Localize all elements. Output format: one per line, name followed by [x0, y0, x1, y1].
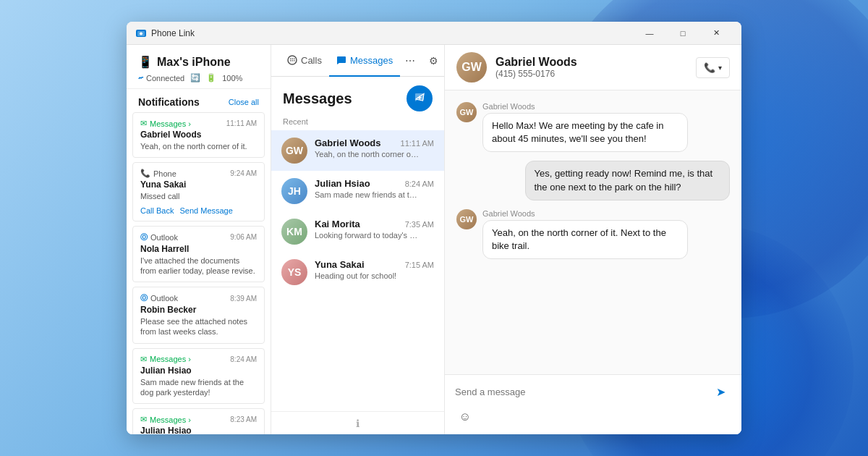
conv-name-kai: Kai Morita: [315, 219, 360, 229]
title-bar: Phone Link — □ ✕: [127, 22, 741, 45]
conversation-item-yuna[interactable]: YS Yuna Sakai 7:15 AM Heading out for sc…: [271, 252, 444, 292]
notif-sender-6: Julian Hsiao: [140, 426, 257, 434]
conv-content-julian: Julian Hsiao 8:24 AM Sam made new friend…: [315, 178, 434, 199]
messages-panel: Calls Messages ⋯ ⚙ Messages: [271, 45, 445, 434]
notif-item[interactable]: 📞 Phone 9:24 AM Yuna Sakai Missed call C…: [132, 162, 265, 221]
conv-time-yuna: 7:15 AM: [405, 261, 434, 269]
svg-rect-8: [292, 60, 294, 62]
notif-app-outlook-1: Ⓞ Outlook: [140, 232, 178, 242]
msg-content-1: Gabriel Woods Hello Max! We are meeting …: [482, 102, 688, 152]
notif-sender-3: Nola Harrell: [140, 244, 257, 254]
notif-sender-2: Yuna Sakai: [140, 180, 257, 190]
conv-name-gabriel: Gabriel Woods: [315, 138, 381, 148]
notif-text-5: Sam made new friends at the dog park yes…: [140, 377, 257, 398]
sync-icon: 🔄: [190, 73, 200, 83]
messages-nav-icon: [336, 55, 346, 65]
conv-content-gabriel: Gabriel Woods 11:11 AM Yeah, on the nort…: [315, 138, 434, 159]
chat-header-actions: 📞 ▾: [696, 57, 730, 78]
notif-item[interactable]: ✉ Messages › 8:24 AM Julian Hsiao Sam ma…: [132, 348, 265, 405]
notif-time-6: 8:23 AM: [230, 415, 257, 423]
minimize-button[interactable]: —: [633, 22, 666, 45]
avatar-gabriel: GW: [281, 138, 307, 164]
notif-header: ✉ Messages › 11:11 AM: [140, 119, 257, 128]
msg-bubble-2: Yes, getting ready now! Remind me, is th…: [525, 161, 731, 200]
outlook-icon-2: Ⓞ: [140, 293, 148, 303]
call-back-button[interactable]: Call Back: [140, 206, 174, 215]
call-contact-button[interactable]: 📞 ▾: [696, 57, 730, 78]
chat-contact-number: (415) 555-0176: [495, 69, 687, 79]
conv-content-yuna: Yuna Sakai 7:15 AM Heading out for schoo…: [315, 259, 434, 280]
battery-icon: 🔋: [206, 73, 216, 83]
conv-time-julian: 8:24 AM: [405, 180, 434, 188]
conv-header-yuna: Yuna Sakai 7:15 AM: [315, 259, 434, 270]
app-body: 📱 Max's iPhone Connected 🔄 🔋 100% Notifi…: [127, 45, 741, 434]
msg-sender-label-1: Gabriel Woods: [482, 102, 688, 111]
phone-notif-icon: 📞: [140, 169, 150, 178]
notif-sender-4: Robin Becker: [140, 305, 257, 315]
chat-contact-info: Gabriel Woods (415) 555-0176: [495, 56, 687, 79]
emoji-button[interactable]: ☺: [455, 407, 475, 427]
tab-calls[interactable]: Calls: [280, 45, 329, 77]
notif-text-3: I've attached the documents from earlier…: [140, 256, 257, 276]
notif-header: ✉ Messages › 8:23 AM: [140, 415, 257, 424]
notif-text-1: Yeah, on the north corner of it.: [140, 141, 257, 151]
conversation-item-julian[interactable]: JH Julian Hsiao 8:24 AM Sam made new fri…: [271, 171, 444, 211]
notif-app-phone: 📞 Phone: [140, 169, 176, 178]
app-title: Phone Link: [151, 28, 633, 38]
notif-item[interactable]: ✉ Messages › 11:11 AM Gabriel Woods Yeah…: [132, 112, 265, 158]
avatar-kai: KM: [281, 219, 307, 245]
notif-time-3: 9:06 AM: [230, 233, 257, 241]
svg-rect-9: [294, 60, 295, 62]
notif-item[interactable]: Ⓞ Outlook 8:39 AM Robin Becker Please se…: [132, 287, 265, 344]
msg-avatar-gabriel-1: GW: [456, 102, 477, 122]
notif-header: 📞 Phone 9:24 AM: [140, 169, 257, 178]
maximize-button[interactable]: □: [666, 22, 699, 45]
message-row-1: GW Gabriel Woods Hello Max! We are meeti…: [456, 102, 730, 152]
calls-tab-label: Calls: [301, 55, 322, 66]
chat-input-area: ➤ ☺: [445, 374, 741, 434]
settings-button[interactable]: ⚙: [423, 51, 443, 71]
conversation-item-gabriel[interactable]: GW Gabriel Woods 11:11 AM Yeah, on the n…: [271, 130, 444, 171]
outlook-icon-1: Ⓞ: [140, 232, 148, 242]
chat-panel: GW Gabriel Woods (415) 555-0176 📞 ▾ GW: [445, 45, 741, 434]
app-icon: [135, 28, 147, 39]
device-name-text: Max's iPhone: [157, 56, 231, 69]
messages-title: Messages: [283, 90, 352, 107]
message-row-2: Yes, getting ready now! Remind me, is th…: [456, 161, 730, 200]
tab-messages[interactable]: Messages: [329, 45, 400, 77]
notif-sender-5: Julian Hsiao: [140, 366, 257, 376]
notif-actions-2: Call Back Send Message: [140, 206, 257, 215]
conversations-list: GW Gabriel Woods 11:11 AM Yeah, on the n…: [271, 130, 444, 411]
nav-tabs: Calls Messages ⋯ ⚙: [271, 45, 444, 77]
close-button[interactable]: ✕: [699, 22, 733, 45]
recent-label: Recent: [271, 114, 444, 130]
msg-sender-label-3: Gabriel Woods: [482, 209, 688, 218]
conversation-item-kai[interactable]: KM Kai Morita 7:35 AM Looking forward to…: [271, 211, 444, 252]
notif-item[interactable]: Ⓞ Outlook 9:06 AM Nola Harrell I've atta…: [132, 226, 265, 283]
close-all-button[interactable]: Close all: [229, 98, 259, 106]
send-button[interactable]: ➤: [710, 381, 731, 402]
phone-icon: 📱: [138, 55, 153, 69]
conv-header-julian: Julian Hsiao 8:24 AM: [315, 178, 434, 189]
chat-messages: GW Gabriel Woods Hello Max! We are meeti…: [445, 90, 741, 374]
notif-sender-1: Gabriel Woods: [140, 130, 257, 140]
chat-contact-avatar: GW: [456, 52, 487, 83]
notif-header: Ⓞ Outlook 8:39 AM: [140, 293, 257, 303]
svg-rect-5: [292, 59, 294, 60]
notif-item[interactable]: ✉ Messages › 8:23 AM Julian Hsiao Thanks…: [132, 408, 265, 434]
device-header: 📱 Max's iPhone Connected 🔄 🔋 100%: [127, 45, 271, 89]
notif-app-messages-1: ✉ Messages ›: [140, 119, 191, 128]
msg-bubble-1: Hello Max! We are meeting by the cafe in…: [482, 113, 688, 152]
conv-name-julian: Julian Hsiao: [315, 178, 370, 189]
messages-icon-3: ✉: [140, 415, 147, 424]
new-message-button[interactable]: [407, 85, 433, 111]
avatar-julian: JH: [281, 178, 307, 204]
conv-preview-gabriel: Yeah, on the north corner of it. Next to…: [315, 150, 420, 159]
conv-name-yuna: Yuna Sakai: [315, 259, 365, 270]
notif-time-4: 8:39 AM: [230, 295, 257, 303]
calls-icon: [287, 55, 297, 65]
message-input[interactable]: [455, 384, 704, 400]
send-message-button[interactable]: Send Message: [179, 206, 232, 215]
more-options-button[interactable]: ⋯: [400, 51, 420, 71]
send-icon: ➤: [716, 385, 726, 399]
